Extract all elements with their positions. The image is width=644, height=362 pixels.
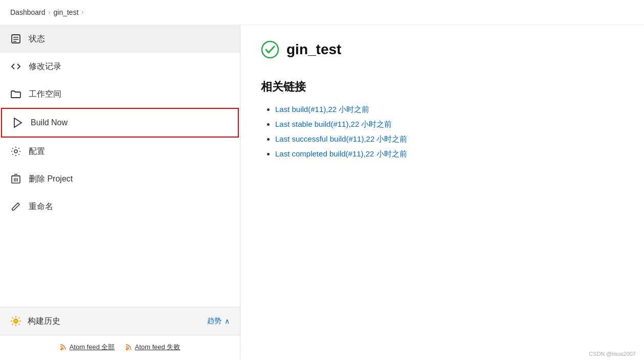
- list-item: Last completed build(#11),22 小时之前: [275, 149, 624, 159]
- svg-line-17: [12, 318, 13, 319]
- breadcrumb: Dashboard › gin_test ›: [0, 0, 644, 25]
- sidebar: 状态 修改记录 工作空间: [0, 25, 240, 359]
- list-item: Last build(#11),22 小时之前: [275, 105, 624, 115]
- chevron-up-icon: ∧: [225, 317, 230, 325]
- trend-label: 趋势: [207, 316, 221, 326]
- atom-fail-label: Atom feed 失败: [135, 343, 181, 352]
- related-links-list: Last build(#11),22 小时之前Last stable build…: [261, 105, 624, 159]
- chevron-icon-1: ›: [49, 9, 51, 16]
- breadcrumb-project[interactable]: gin_test: [54, 8, 79, 16]
- svg-point-21: [60, 348, 62, 350]
- sidebar-item-delete[interactable]: 删除 Project: [0, 165, 240, 193]
- sidebar-configure-label: 配置: [29, 146, 45, 157]
- sidebar-workspace-label: 工作空间: [29, 89, 61, 100]
- project-title: gin_test: [286, 41, 341, 58]
- main-layout: 状态 修改记录 工作空间: [0, 25, 644, 359]
- svg-point-23: [262, 41, 278, 58]
- related-link[interactable]: Last successful build(#11),22 小时之前: [275, 134, 407, 143]
- sidebar-item-configure[interactable]: 配置: [0, 138, 240, 165]
- sidebar-item-status[interactable]: 状态: [0, 25, 240, 53]
- play-icon: [12, 117, 24, 128]
- sidebar-bottom: 构建历史 趋势 ∧ Atom feed 全部: [0, 307, 240, 359]
- atom-feeds: Atom feed 全部 Atom feed 失败: [0, 335, 240, 359]
- sidebar-changes-label: 修改记录: [29, 61, 61, 72]
- sidebar-build-now-label: Build Now: [31, 118, 68, 127]
- build-history-trend[interactable]: 趋势 ∧: [207, 316, 230, 326]
- related-link[interactable]: Last stable build(#11),22 小时之前: [275, 120, 392, 128]
- code-icon: [10, 61, 21, 72]
- chevron-icon-2: ›: [82, 9, 84, 16]
- sidebar-item-workspace[interactable]: 工作空间: [0, 80, 240, 108]
- list-item: Last successful build(#11),22 小时之前: [275, 134, 624, 144]
- pencil-icon: [10, 201, 21, 212]
- breadcrumb-dashboard[interactable]: Dashboard: [10, 8, 46, 16]
- related-link[interactable]: Last completed build(#11),22 小时之前: [275, 149, 407, 158]
- success-check-icon: [261, 40, 279, 59]
- folder-icon: [10, 88, 21, 100]
- build-history-section[interactable]: 构建历史 趋势 ∧: [0, 307, 240, 335]
- watermark: CSDN @lisus2007: [589, 351, 636, 357]
- list-item: Last stable build(#11),22 小时之前: [275, 120, 624, 129]
- atom-feed-fail[interactable]: Atom feed 失败: [125, 343, 181, 352]
- svg-line-20: [18, 318, 19, 319]
- svg-point-12: [14, 319, 18, 323]
- sidebar-rename-label: 重命名: [29, 201, 53, 212]
- sidebar-item-rename[interactable]: 重命名: [0, 193, 240, 220]
- svg-point-22: [126, 348, 128, 350]
- main-content: gin_test 相关链接 Last build(#11),22 小时之前Las…: [240, 25, 644, 359]
- sidebar-item-build-now[interactable]: Build Now: [1, 108, 239, 138]
- gear-icon: [10, 146, 21, 157]
- svg-point-5: [14, 150, 17, 153]
- sun-icon: [10, 315, 21, 327]
- related-link[interactable]: Last build(#11),22 小时之前: [275, 105, 369, 114]
- project-header: gin_test: [261, 40, 624, 59]
- build-history-label: 构建历史: [28, 316, 60, 327]
- trash-icon: [10, 173, 21, 185]
- atom-all-label: Atom feed 全部: [70, 343, 115, 352]
- related-section: 相关链接 Last build(#11),22 小时之前Last stable …: [261, 79, 624, 159]
- related-section-title: 相关链接: [261, 79, 624, 95]
- svg-line-18: [18, 324, 19, 325]
- svg-marker-4: [14, 118, 21, 127]
- build-history-left: 构建历史: [10, 315, 60, 327]
- sidebar-status-label: 状态: [29, 34, 45, 44]
- atom-feed-all[interactable]: Atom feed 全部: [60, 343, 115, 352]
- sidebar-item-changes[interactable]: 修改记录: [0, 53, 240, 80]
- sidebar-delete-label: 删除 Project: [29, 174, 73, 185]
- status-icon: [10, 33, 21, 44]
- svg-line-19: [12, 324, 13, 325]
